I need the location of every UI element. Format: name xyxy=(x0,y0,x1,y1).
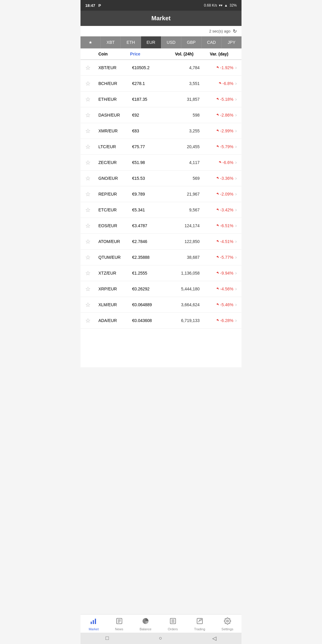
favorite-star[interactable]: ☆ xyxy=(85,222,98,229)
var-value: -4.56% xyxy=(220,287,233,291)
down-arrow-icon xyxy=(219,161,221,164)
var-value: -6.8% xyxy=(222,81,233,86)
var-value: -5.46% xyxy=(220,302,233,307)
coin-price: €9.789 xyxy=(132,192,166,196)
coin-price: €1.2555 xyxy=(132,271,166,275)
market-row[interactable]: ☆ BCH/EUR €278.1 3,551 -6.8% › xyxy=(80,76,242,92)
var-value: -2.09% xyxy=(220,192,233,196)
tab-gbp[interactable]: GBP xyxy=(181,36,202,48)
market-row[interactable]: ☆ ADA/EUR €0.043608 6,719,133 -6.28% › xyxy=(80,313,242,329)
market-row[interactable]: ☆ REP/EUR €9.789 21,967 -2.09% › xyxy=(80,186,242,202)
market-row[interactable]: ☆ XBT/EUR €10505.2 4,784 -1.92% › xyxy=(80,60,242,76)
coin-variation: -5.46% › xyxy=(200,302,237,307)
down-arrow-icon xyxy=(216,303,219,306)
market-row[interactable]: ☆ XLM/EUR €0.064889 3,664,624 -5.46% › xyxy=(80,297,242,313)
down-arrow-icon xyxy=(216,224,219,227)
chevron-right-icon: › xyxy=(235,144,237,149)
var-value: -3.42% xyxy=(220,208,233,212)
market-row[interactable]: ☆ ETC/EUR €5.341 9,567 -3.42% › xyxy=(80,202,242,218)
favorite-star[interactable]: ☆ xyxy=(85,191,98,198)
tab-cad[interactable]: CAD xyxy=(202,36,222,48)
favorite-star[interactable]: ☆ xyxy=(85,112,98,119)
var-value: -6.51% xyxy=(220,223,233,228)
coin-volume: 5,444,180 xyxy=(166,287,199,291)
coin-name: DASH/EUR xyxy=(98,113,132,117)
coin-name: XTZ/EUR xyxy=(98,271,132,275)
market-row[interactable]: ☆ QTUM/EUR €2.35888 38,687 -5.77% › xyxy=(80,250,242,265)
market-row[interactable]: ☆ ZEC/EUR €51.98 4,117 -6.6% › xyxy=(80,155,242,171)
chevron-right-icon: › xyxy=(235,97,237,102)
market-row[interactable]: ☆ XRP/EUR €0.26292 5,444,180 -4.56% › xyxy=(80,281,242,297)
market-row[interactable]: ☆ GNO/EUR €15.53 569 -3.36% › xyxy=(80,171,242,186)
chevron-right-icon: › xyxy=(235,191,237,197)
favorite-star[interactable]: ☆ xyxy=(85,254,98,261)
favorite-star[interactable]: ☆ xyxy=(85,64,98,71)
coin-name: XBT/EUR xyxy=(98,65,132,70)
refresh-time: 2 sec(s) ago xyxy=(209,29,230,33)
favorite-star[interactable]: ☆ xyxy=(85,270,98,277)
coin-variation: -2.86% › xyxy=(200,112,237,118)
coin-price: €75.77 xyxy=(132,144,166,149)
down-arrow-icon xyxy=(216,145,219,148)
header-vol: Vol. (24h) xyxy=(162,52,193,56)
chevron-right-icon: › xyxy=(235,239,237,244)
table-header: Coin Price Vol. (24h) Var. (day) xyxy=(80,49,242,60)
refresh-icon[interactable]: ↻ xyxy=(233,28,237,34)
status-right: 0.68 K/s ▾▾ ▲ 32% xyxy=(204,3,237,7)
down-arrow-icon xyxy=(216,287,219,290)
currency-tabs: ★ XBT ETH EUR USD GBP CAD JPY xyxy=(80,36,242,49)
chevron-right-icon: › xyxy=(235,81,237,86)
favorite-star[interactable]: ☆ xyxy=(85,80,98,87)
header-var: Var. (day) xyxy=(193,52,237,56)
coin-name: ETC/EUR xyxy=(98,208,132,212)
tab-xbt[interactable]: XBT xyxy=(101,36,121,48)
favorite-star[interactable]: ☆ xyxy=(85,285,98,292)
coin-volume: 20,455 xyxy=(166,144,199,149)
market-row[interactable]: ☆ ATOM/EUR €2.7846 122,850 -4.51% › xyxy=(80,234,242,250)
favorite-star[interactable]: ☆ xyxy=(85,317,98,324)
tab-favorites[interactable]: ★ xyxy=(80,36,101,48)
coin-name: REP/EUR xyxy=(98,192,132,196)
coin-volume: 4,784 xyxy=(166,65,199,70)
market-row[interactable]: ☆ EOS/EUR €3.4787 124,174 -6.51% › xyxy=(80,218,242,234)
coin-volume: 9,567 xyxy=(166,208,199,212)
favorite-star[interactable]: ☆ xyxy=(85,127,98,134)
favorite-star[interactable]: ☆ xyxy=(85,301,98,308)
tab-usd[interactable]: USD xyxy=(161,36,182,48)
tab-eur[interactable]: EUR xyxy=(141,36,161,48)
header-star xyxy=(85,52,98,56)
chevron-right-icon: › xyxy=(235,65,237,70)
favorite-star[interactable]: ☆ xyxy=(85,143,98,150)
coin-name: LTC/EUR xyxy=(98,144,132,149)
favorite-star[interactable]: ☆ xyxy=(85,238,98,245)
var-value: -9.94% xyxy=(220,271,233,275)
var-value: -5.18% xyxy=(220,97,233,102)
tab-jpy[interactable]: JPY xyxy=(222,36,242,48)
favorite-star[interactable]: ☆ xyxy=(85,175,98,182)
coin-volume: 569 xyxy=(166,176,199,181)
chevron-right-icon: › xyxy=(235,112,237,118)
favorite-star[interactable]: ☆ xyxy=(85,96,98,103)
chevron-right-icon: › xyxy=(235,176,237,181)
market-row[interactable]: ☆ XTZ/EUR €1.2555 1,136,058 -9.94% › xyxy=(80,265,242,281)
coin-volume: 4,117 xyxy=(166,160,199,165)
coin-name: GNO/EUR xyxy=(98,176,132,181)
chevron-right-icon: › xyxy=(235,128,237,134)
var-value: -2.99% xyxy=(220,129,233,133)
market-row[interactable]: ☆ LTC/EUR €75.77 20,455 -5.79% › xyxy=(80,139,242,155)
market-row[interactable]: ☆ ETH/EUR €187.35 31,857 -5.18% › xyxy=(80,92,242,107)
market-row[interactable]: ☆ XMR/EUR €83 3,255 -2.99% › xyxy=(80,123,242,139)
parking-icon: P xyxy=(98,3,101,8)
down-arrow-icon xyxy=(216,66,219,69)
favorite-star[interactable]: ☆ xyxy=(85,206,98,213)
coin-variation: -6.8% › xyxy=(200,81,237,86)
header-price[interactable]: Price xyxy=(130,52,162,56)
var-value: -6.6% xyxy=(222,160,233,165)
market-row[interactable]: ☆ DASH/EUR €92 598 -2.86% › xyxy=(80,107,242,123)
favorite-star[interactable]: ☆ xyxy=(85,159,98,166)
chevron-right-icon: › xyxy=(235,255,237,260)
coin-variation: -6.6% › xyxy=(200,160,237,165)
app-title: Market xyxy=(151,15,171,21)
coin-variation: -6.28% › xyxy=(200,318,237,323)
tab-eth[interactable]: ETH xyxy=(121,36,141,48)
